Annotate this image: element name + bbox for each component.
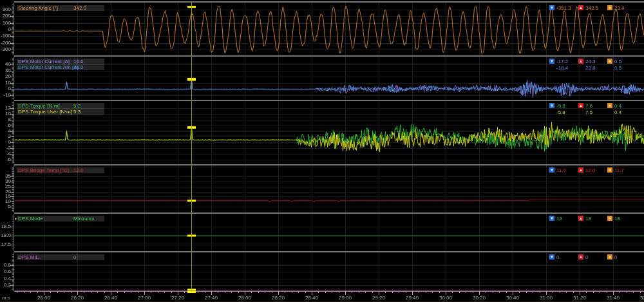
panel-separator	[14, 212, 644, 214]
stat-min-value: -351.3	[556, 5, 571, 11]
signal-current-value: Minimum	[73, 216, 94, 222]
signal-header-row[interactable]: DPS Motor Current Am [A]15.0	[17, 64, 104, 70]
y-tick-label: 40	[0, 62, 11, 67]
signal-header-row[interactable]: DPS Torque [N·m]5.2	[17, 103, 104, 109]
y-tick-label: 100	[0, 21, 11, 26]
time-tick-label: 30:20	[469, 295, 489, 301]
panel-dps-bridge-temp: 3530252015105DPS Bridge Temp [°C]12.0▼11…	[0, 165, 644, 212]
stat-max-cell: 23.8	[578, 65, 607, 71]
signal-current-value: 0	[73, 254, 76, 260]
min-icon: ▼	[549, 103, 554, 108]
stat-max-cell: 7.5	[578, 109, 607, 116]
panel-separator	[14, 1, 644, 3]
stat-row: ▼-17.2▲24.3∗0.5	[545, 59, 644, 65]
y-tick-label: -100	[0, 33, 11, 39]
avg-icon: ∗	[607, 103, 612, 108]
stat-avg-value: 0.5	[614, 65, 621, 71]
y-tick-label: 12	[0, 106, 11, 111]
max-icon: ▲	[578, 167, 583, 173]
y-tick-label: -4	[0, 151, 11, 156]
signal-label: DPS Torque User [N·m]	[18, 109, 72, 115]
signal-current-value: 16.6	[73, 59, 84, 64]
max-icon: ▲	[578, 103, 583, 108]
time-tick-label: 28:20	[269, 295, 288, 301]
stat-avg-cell: ∗0.4	[607, 103, 636, 109]
panel-dps-mode: 18.518.017.5•DPS ModeMinimum▼18▲18∗18	[0, 214, 644, 251]
stat-avg-value: 18	[614, 216, 620, 222]
stat-max-cell: ▲7.6	[578, 103, 607, 109]
signal-header-row[interactable]: DPS Bridge Temp [°C]12.0	[17, 167, 104, 173]
stat-max-value: 7.5	[585, 109, 592, 115]
stat-row: ▼11.0▲12.0∗11.7	[545, 167, 644, 174]
time-axis[interactable]: m:s 26:0026:2026:4027:0027:2027:4028:002…	[0, 291, 644, 302]
stat-avg-value: 0	[614, 254, 617, 260]
selected-signal-marker: •	[15, 216, 17, 222]
y-tick-label: 200	[0, 14, 11, 19]
panel-separator	[14, 164, 644, 165]
y-tick-label: -2	[0, 146, 11, 151]
y-tick-label: -10	[0, 93, 11, 98]
signal-label: DPS Motor Current [A]	[18, 59, 70, 64]
stat-max-value: 12.0	[585, 167, 596, 173]
stat-min-value: -5.8	[556, 103, 565, 109]
stat-min-value: 18	[556, 216, 562, 222]
max-icon: ▲	[578, 5, 583, 10]
time-tick-label: 29:00	[336, 295, 355, 301]
signal-header-row[interactable]: •DPS ModeMinimum	[17, 216, 104, 222]
stat-avg-cell: ∗0.5	[607, 59, 636, 65]
y-tick-label: 0.6	[0, 269, 11, 274]
y-tick-label: 10	[0, 111, 11, 117]
signal-stats-dps-torque: ▼-5.8▲7.6∗0.4-5.87.50.4	[545, 103, 644, 116]
signal-header-row[interactable]: DPS MIL0	[17, 254, 104, 260]
stat-min-cell: ▼-5.8	[549, 103, 578, 109]
stat-min-cell: ▼0	[549, 254, 578, 261]
stat-avg-cell: 0.5	[607, 65, 636, 71]
time-tick-label: 26:20	[68, 295, 87, 301]
min-icon: ▼	[549, 216, 554, 221]
signal-header-row[interactable]: DPS Torque User [N·m]5.3	[17, 109, 104, 115]
y-tick-label: 2	[0, 134, 11, 139]
stat-max-cell: ▲342.5	[578, 5, 607, 12]
time-tick-label: 30:00	[436, 295, 455, 301]
stat-max-value: 23.8	[585, 65, 596, 71]
time-tick-label: 27:00	[135, 295, 154, 301]
stat-max-value: 7.6	[585, 103, 592, 109]
stat-max-value: 18	[585, 216, 591, 222]
max-icon: ▲	[578, 254, 583, 260]
stat-row: ▼-5.8▲7.6∗0.4	[545, 103, 644, 109]
time-unit-label: m:s	[2, 295, 10, 301]
time-tick-label: 28:40	[302, 295, 321, 301]
stat-max-cell: ▲24.3	[578, 59, 607, 65]
signal-stats-dps-mode: ▼18▲18∗18	[545, 216, 644, 222]
signal-header-row[interactable]: Steering Angle [°]342.0	[17, 5, 104, 11]
min-icon: ▼	[549, 5, 554, 10]
stat-row: ▼18▲18∗18	[545, 216, 644, 222]
stat-min-cell: -18.4	[549, 65, 578, 71]
y-tick-label: -300	[0, 47, 11, 52]
signal-header-steering-angle: Steering Angle [°]342.0	[17, 5, 104, 11]
stat-avg-value: 0.4	[614, 103, 621, 109]
signal-current-value: 342.0	[73, 5, 86, 11]
y-tick-label: 5	[0, 204, 11, 209]
y-tick-label: 17.5	[0, 242, 11, 247]
stat-avg-value: 23.4	[614, 5, 625, 11]
y-tick-label: 300	[0, 7, 11, 12]
panel-dps-torque: 121086420-2-4-6DPS Torque [N·m]5.2DPS To…	[0, 101, 644, 164]
panel-separator	[14, 100, 644, 101]
signal-header-dps-mil: DPS MIL0	[17, 254, 104, 260]
y-tick-label: -6	[0, 157, 11, 162]
stat-min-cell: ▼18	[549, 216, 578, 222]
time-tick-label: 27:40	[202, 295, 221, 301]
time-cursor[interactable]	[189, 3, 194, 291]
avg-icon: ∗	[607, 216, 612, 221]
stat-min-cell: -5.8	[549, 109, 578, 116]
stat-avg-cell: 0.4	[607, 109, 636, 116]
time-tick-label: 31:20	[570, 295, 589, 301]
stat-avg-cell: ∗18	[607, 216, 636, 222]
stat-min-cell: ▼-17.2	[549, 59, 578, 65]
time-cursor-line	[191, 3, 192, 291]
y-tick-label: 0	[0, 140, 11, 145]
signal-header-row[interactable]: DPS Motor Current [A]16.6	[17, 59, 104, 64]
min-icon: ▼	[549, 254, 554, 260]
time-tick-label: 27:20	[168, 295, 187, 301]
